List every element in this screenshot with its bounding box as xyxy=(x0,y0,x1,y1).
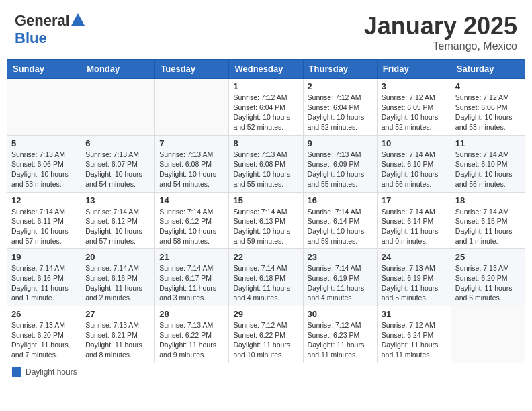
day-info: Sunrise: 7:12 AM Sunset: 6:23 PM Dayligh… xyxy=(308,320,373,360)
calendar-day-cell xyxy=(7,79,81,136)
calendar-day-cell: 24Sunrise: 7:13 AM Sunset: 6:19 PM Dayli… xyxy=(377,249,451,306)
day-info: Sunrise: 7:13 AM Sunset: 6:08 PM Dayligh… xyxy=(159,150,224,189)
day-info: Sunrise: 7:14 AM Sunset: 6:14 PM Dayligh… xyxy=(308,207,373,246)
day-number: 6 xyxy=(85,138,150,148)
day-info: Sunrise: 7:14 AM Sunset: 6:18 PM Dayligh… xyxy=(233,263,298,303)
calendar-day-cell: 1Sunrise: 7:12 AM Sunset: 6:04 PM Daylig… xyxy=(229,79,303,136)
footer: Daylight hours xyxy=(7,367,525,377)
day-info: Sunrise: 7:13 AM Sunset: 6:09 PM Dayligh… xyxy=(308,150,373,189)
calendar-day-cell xyxy=(81,79,155,136)
calendar-day-cell: 5Sunrise: 7:13 AM Sunset: 6:06 PM Daylig… xyxy=(7,135,81,192)
day-number: 25 xyxy=(455,252,521,262)
calendar-header-cell: Thursday xyxy=(303,60,377,79)
day-info: Sunrise: 7:13 AM Sunset: 6:07 PM Dayligh… xyxy=(85,150,150,189)
day-number: 23 xyxy=(308,252,373,262)
calendar-body: 1Sunrise: 7:12 AM Sunset: 6:04 PM Daylig… xyxy=(7,79,525,363)
day-number: 9 xyxy=(308,138,373,148)
day-info: Sunrise: 7:12 AM Sunset: 6:06 PM Dayligh… xyxy=(455,93,521,132)
day-info: Sunrise: 7:14 AM Sunset: 6:16 PM Dayligh… xyxy=(85,263,150,303)
logo: General Blue xyxy=(15,12,85,47)
day-number: 1 xyxy=(233,81,298,91)
day-number: 4 xyxy=(455,81,521,91)
day-info: Sunrise: 7:14 AM Sunset: 6:16 PM Dayligh… xyxy=(11,263,77,303)
day-info: Sunrise: 7:14 AM Sunset: 6:12 PM Dayligh… xyxy=(159,207,224,246)
day-info: Sunrise: 7:14 AM Sunset: 6:10 PM Dayligh… xyxy=(382,150,447,189)
calendar-day-cell: 26Sunrise: 7:13 AM Sunset: 6:20 PM Dayli… xyxy=(7,306,81,363)
calendar-day-cell: 11Sunrise: 7:14 AM Sunset: 6:10 PM Dayli… xyxy=(451,135,525,192)
daylight-label: Daylight hours xyxy=(26,367,77,377)
day-number: 15 xyxy=(233,195,298,205)
calendar-day-cell xyxy=(451,306,525,363)
day-number: 14 xyxy=(159,195,224,205)
calendar-week-row: 5Sunrise: 7:13 AM Sunset: 6:06 PM Daylig… xyxy=(7,135,525,192)
calendar-day-cell: 29Sunrise: 7:12 AM Sunset: 6:22 PM Dayli… xyxy=(229,306,303,363)
day-number: 21 xyxy=(159,252,224,262)
day-info: Sunrise: 7:12 AM Sunset: 6:22 PM Dayligh… xyxy=(233,320,298,360)
calendar-day-cell: 21Sunrise: 7:14 AM Sunset: 6:17 PM Dayli… xyxy=(155,249,229,306)
calendar-day-cell xyxy=(155,79,229,136)
day-number: 24 xyxy=(382,252,447,262)
day-number: 10 xyxy=(382,138,447,148)
day-number: 29 xyxy=(233,309,298,319)
day-info: Sunrise: 7:13 AM Sunset: 6:19 PM Dayligh… xyxy=(382,263,447,303)
day-info: Sunrise: 7:14 AM Sunset: 6:12 PM Dayligh… xyxy=(85,207,150,246)
day-info: Sunrise: 7:12 AM Sunset: 6:24 PM Dayligh… xyxy=(382,320,447,360)
day-info: Sunrise: 7:14 AM Sunset: 6:15 PM Dayligh… xyxy=(455,207,521,246)
calendar-day-cell: 9Sunrise: 7:13 AM Sunset: 6:09 PM Daylig… xyxy=(303,135,377,192)
calendar-day-cell: 2Sunrise: 7:12 AM Sunset: 6:04 PM Daylig… xyxy=(303,79,377,136)
calendar-day-cell: 6Sunrise: 7:13 AM Sunset: 6:07 PM Daylig… xyxy=(81,135,155,192)
calendar-week-row: 12Sunrise: 7:14 AM Sunset: 6:11 PM Dayli… xyxy=(7,192,525,249)
day-number: 30 xyxy=(308,309,373,319)
calendar-day-cell: 4Sunrise: 7:12 AM Sunset: 6:06 PM Daylig… xyxy=(451,79,525,136)
day-info: Sunrise: 7:13 AM Sunset: 6:21 PM Dayligh… xyxy=(85,320,150,360)
daylight-legend-box xyxy=(12,367,21,377)
header: General Blue January 2025 Temango, Mexic… xyxy=(7,7,525,55)
day-number: 8 xyxy=(233,138,298,148)
day-number: 13 xyxy=(85,195,150,205)
day-number: 17 xyxy=(382,195,447,205)
day-info: Sunrise: 7:14 AM Sunset: 6:11 PM Dayligh… xyxy=(11,207,77,246)
day-number: 26 xyxy=(11,309,77,319)
day-info: Sunrise: 7:14 AM Sunset: 6:10 PM Dayligh… xyxy=(455,150,521,189)
month-title: January 2025 xyxy=(364,12,517,40)
calendar-day-cell: 30Sunrise: 7:12 AM Sunset: 6:23 PM Dayli… xyxy=(303,306,377,363)
calendar-day-cell: 8Sunrise: 7:13 AM Sunset: 6:08 PM Daylig… xyxy=(229,135,303,192)
calendar-day-cell: 10Sunrise: 7:14 AM Sunset: 6:10 PM Dayli… xyxy=(377,135,451,192)
day-number: 11 xyxy=(455,138,521,148)
calendar-header-cell: Wednesday xyxy=(229,60,303,79)
calendar-week-row: 26Sunrise: 7:13 AM Sunset: 6:20 PM Dayli… xyxy=(7,306,525,363)
calendar-week-row: 1Sunrise: 7:12 AM Sunset: 6:04 PM Daylig… xyxy=(7,79,525,136)
calendar-day-cell: 28Sunrise: 7:13 AM Sunset: 6:22 PM Dayli… xyxy=(155,306,229,363)
calendar-day-cell: 13Sunrise: 7:14 AM Sunset: 6:12 PM Dayli… xyxy=(81,192,155,249)
day-info: Sunrise: 7:13 AM Sunset: 6:22 PM Dayligh… xyxy=(159,320,224,360)
calendar-header-cell: Sunday xyxy=(7,60,81,79)
day-info: Sunrise: 7:13 AM Sunset: 6:06 PM Dayligh… xyxy=(11,150,77,189)
day-info: Sunrise: 7:12 AM Sunset: 6:04 PM Dayligh… xyxy=(233,93,298,132)
calendar-header-cell: Friday xyxy=(377,60,451,79)
calendar-day-cell: 3Sunrise: 7:12 AM Sunset: 6:05 PM Daylig… xyxy=(377,79,451,136)
day-number: 19 xyxy=(11,252,77,262)
day-number: 5 xyxy=(11,138,77,148)
day-number: 27 xyxy=(85,309,150,319)
calendar-header-cell: Monday xyxy=(81,60,155,79)
logo-triangle-icon xyxy=(71,13,85,26)
day-number: 16 xyxy=(308,195,373,205)
day-info: Sunrise: 7:14 AM Sunset: 6:19 PM Dayligh… xyxy=(308,263,373,303)
day-number: 7 xyxy=(159,138,224,148)
day-info: Sunrise: 7:13 AM Sunset: 6:20 PM Dayligh… xyxy=(455,263,521,303)
calendar-day-cell: 25Sunrise: 7:13 AM Sunset: 6:20 PM Dayli… xyxy=(451,249,525,306)
calendar-header-cell: Saturday xyxy=(451,60,525,79)
calendar-day-cell: 17Sunrise: 7:14 AM Sunset: 6:14 PM Dayli… xyxy=(377,192,451,249)
calendar-day-cell: 16Sunrise: 7:14 AM Sunset: 6:14 PM Dayli… xyxy=(303,192,377,249)
calendar-day-cell: 22Sunrise: 7:14 AM Sunset: 6:18 PM Dayli… xyxy=(229,249,303,306)
calendar-day-cell: 15Sunrise: 7:14 AM Sunset: 6:13 PM Dayli… xyxy=(229,192,303,249)
calendar-day-cell: 20Sunrise: 7:14 AM Sunset: 6:16 PM Dayli… xyxy=(81,249,155,306)
calendar-day-cell: 23Sunrise: 7:14 AM Sunset: 6:19 PM Dayli… xyxy=(303,249,377,306)
day-number: 31 xyxy=(382,309,447,319)
calendar-day-cell: 7Sunrise: 7:13 AM Sunset: 6:08 PM Daylig… xyxy=(155,135,229,192)
calendar-day-cell: 27Sunrise: 7:13 AM Sunset: 6:21 PM Dayli… xyxy=(81,306,155,363)
calendar-header-cell: Tuesday xyxy=(155,60,229,79)
calendar-week-row: 19Sunrise: 7:14 AM Sunset: 6:16 PM Dayli… xyxy=(7,249,525,306)
calendar-header-row: SundayMondayTuesdayWednesdayThursdayFrid… xyxy=(7,60,525,79)
logo-blue-text: Blue xyxy=(15,30,47,47)
